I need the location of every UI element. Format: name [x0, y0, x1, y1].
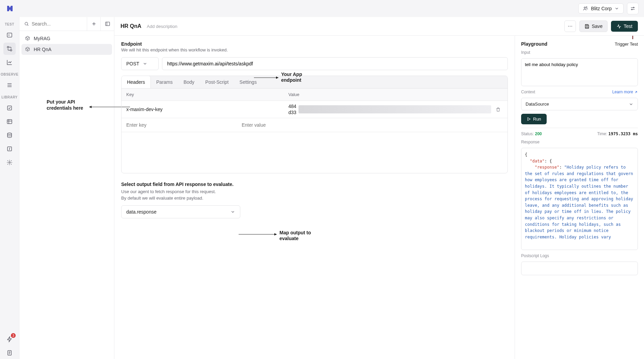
- chevron-down-icon: [230, 209, 235, 214]
- context-label: Context: [521, 90, 535, 94]
- sidebar-item-settings[interactable]: [3, 156, 16, 169]
- postscript-logs-box[interactable]: [521, 262, 638, 275]
- annotation-api-creds: Put your API credentials here: [47, 99, 101, 111]
- trash-icon: [496, 107, 501, 112]
- header-row: x-maxim-dev-key 484 d33: [122, 101, 508, 118]
- header-row-new: [122, 118, 508, 132]
- svg-point-1: [586, 7, 587, 8]
- org-selector[interactable]: Blitz Corp: [578, 3, 624, 14]
- response-label: Response: [521, 140, 638, 144]
- sidebar-section-library: LIBRARY: [1, 95, 18, 99]
- add-description[interactable]: Add description: [147, 24, 177, 29]
- search-input[interactable]: [32, 21, 82, 27]
- sidebar-section-observe: OBSERVE: [1, 73, 18, 76]
- svg-point-16: [568, 26, 569, 27]
- svg-point-3: [631, 9, 632, 10]
- postscript-logs-label: Postscript Logs: [521, 253, 638, 258]
- sidebar-item-datasources[interactable]: [3, 129, 16, 141]
- status-code: 200: [535, 131, 542, 136]
- output-field-select[interactable]: data.response: [121, 205, 240, 218]
- settings-button[interactable]: [627, 3, 639, 14]
- tab-params[interactable]: Params: [151, 76, 178, 88]
- response-body[interactable]: { "data": { "response": "Holiday policy …: [521, 148, 638, 250]
- header-key[interactable]: x-maxim-dev-key: [122, 103, 284, 116]
- svg-point-6: [10, 49, 12, 51]
- save-button[interactable]: Save: [579, 20, 608, 32]
- output-title: Select output field from API response to…: [121, 182, 508, 187]
- kv-header-value: Value: [284, 89, 508, 100]
- svg-point-9: [7, 133, 12, 135]
- time-value: 1975.3233 ms: [608, 131, 638, 136]
- project-item-hrqna[interactable]: HR QnA: [21, 44, 112, 55]
- sidebar-item-datasets[interactable]: [3, 115, 16, 128]
- sliders-icon: [630, 6, 635, 11]
- toggle-panel-button[interactable]: [100, 17, 114, 31]
- annotation-map-output: Map output to evaluate: [279, 230, 327, 241]
- header-value-line2: d33: [288, 110, 296, 115]
- learn-more-link[interactable]: Learn more: [612, 90, 638, 94]
- http-method-select[interactable]: POST: [121, 57, 159, 70]
- sidebar-item-workflows[interactable]: [3, 43, 16, 55]
- status-label: Status:: [521, 131, 534, 136]
- new-header-key-input[interactable]: [122, 118, 237, 132]
- svg-rect-14: [106, 22, 110, 26]
- svg-point-0: [584, 7, 585, 8]
- sidebar-item-evaluators[interactable]: [3, 102, 16, 114]
- plus-icon: [91, 21, 97, 27]
- input-label: Input: [521, 50, 638, 55]
- masked-value: [299, 105, 491, 113]
- tab-postscript[interactable]: Post-Script: [200, 76, 234, 88]
- kv-header-key: Key: [122, 89, 284, 100]
- tab-settings[interactable]: Settings: [234, 76, 262, 88]
- endpoint-url-input[interactable]: [162, 57, 508, 70]
- cube-icon: [25, 36, 30, 41]
- sidebar-item-analytics[interactable]: [3, 56, 16, 68]
- sidebar-item-logs[interactable]: [3, 79, 16, 91]
- notification-badge: 3: [11, 333, 16, 338]
- more-menu-button[interactable]: [564, 20, 576, 32]
- endpoint-subtitle: We will hit this endpoint when this work…: [121, 47, 508, 52]
- search-icon: [24, 21, 29, 27]
- sidebar-item-functions[interactable]: [3, 143, 16, 155]
- tab-body[interactable]: Body: [178, 76, 200, 88]
- header-value-prefix: 484: [288, 104, 296, 109]
- project-label: MyRAG: [34, 36, 50, 41]
- sidebar-item-prompt[interactable]: [3, 29, 16, 41]
- new-header-value-input[interactable]: [237, 118, 508, 132]
- sidebar-section-test: TEST: [5, 22, 14, 26]
- context-select[interactable]: DataSource: [521, 98, 638, 110]
- chevron-down-icon: [614, 6, 619, 11]
- activity-icon: [616, 24, 622, 29]
- tab-headers[interactable]: Headers: [122, 76, 151, 88]
- annotation-arrow-test: [628, 36, 637, 40]
- run-button[interactable]: Run: [521, 114, 547, 124]
- svg-point-11: [9, 162, 11, 163]
- chevron-down-icon: [629, 102, 633, 107]
- svg-point-18: [571, 26, 572, 27]
- org-name: Blitz Corp: [591, 6, 612, 11]
- dots-icon: [567, 24, 573, 29]
- add-project-button[interactable]: [87, 17, 100, 31]
- svg-point-13: [25, 22, 28, 25]
- output-sub2: By default we will evaluate entire paylo…: [121, 196, 508, 201]
- svg-point-2: [633, 7, 634, 8]
- svg-point-17: [570, 26, 570, 27]
- save-icon: [584, 24, 590, 29]
- time-label: Time:: [597, 131, 607, 136]
- page-title: HR QnA: [120, 23, 141, 29]
- app-logo: [5, 4, 14, 13]
- playground-trigger: Trigger Test: [615, 42, 638, 47]
- external-link-icon: [634, 90, 638, 94]
- playground-title: Playground: [521, 41, 547, 47]
- playground-input[interactable]: [521, 58, 638, 86]
- sidebar-item-docs[interactable]: [3, 347, 16, 359]
- sidebar-item-notifications[interactable]: 3: [3, 333, 16, 345]
- panel-icon: [105, 21, 110, 27]
- project-label: HR QnA: [34, 47, 51, 52]
- endpoint-title: Endpoint: [121, 41, 508, 47]
- project-item-myrag[interactable]: MyRAG: [21, 33, 112, 44]
- test-button[interactable]: Test: [611, 21, 638, 32]
- chevron-down-icon: [143, 61, 147, 66]
- svg-rect-7: [7, 106, 12, 110]
- delete-header-button[interactable]: [493, 107, 503, 112]
